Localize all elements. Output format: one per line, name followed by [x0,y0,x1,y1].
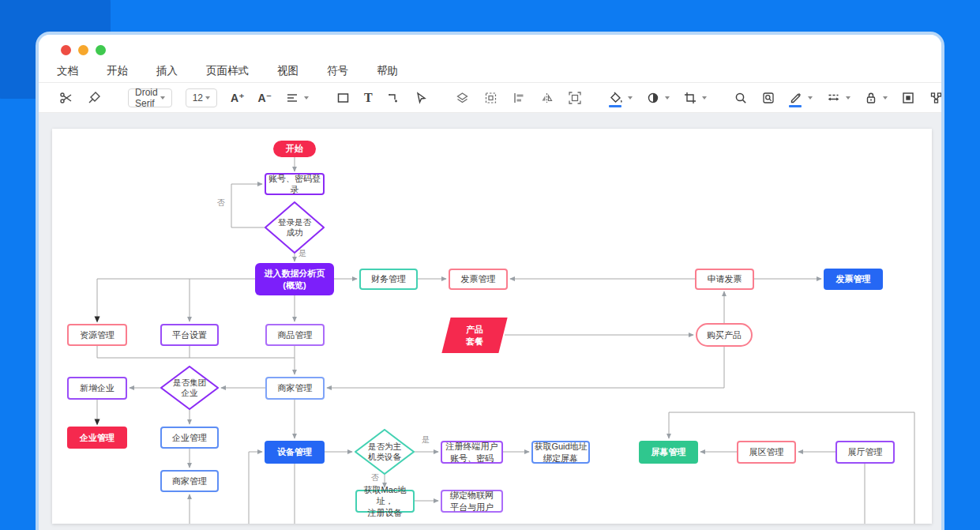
rectangle-tool-icon[interactable] [336,91,351,105]
toolbar: Droid Serif 12 A⁺ A⁻ T [39,83,941,112]
menu-document[interactable]: 文档 [57,64,78,78]
node-is-host-device-decision[interactable]: 是否为主 机类设备 [355,429,415,475]
node-is-group-decision[interactable]: 是否集团 企业 [160,366,219,410]
node-merchant-mgmt[interactable]: 商家管理 [265,377,325,400]
connector[interactable] [97,346,295,358]
line-style-icon[interactable] [826,91,850,105]
menu-bar: 文档 开始 插入 页面样式 视图 符号 帮助 [39,60,941,82]
node-invoice-mgmt-blue[interactable]: 发票管理 [824,269,883,290]
node-enterprise-mgmt[interactable]: 企业管理 [160,427,219,449]
menu-insert[interactable]: 插入 [156,64,178,78]
app-window: 文档 开始 插入 页面样式 视图 符号 帮助 Droid [36,32,944,530]
node-login-success-decision[interactable]: 登录是否 成功 [265,201,325,254]
connector[interactable] [249,452,262,524]
node-data-analysis[interactable]: 进入数据分析页 (概览) [255,263,334,295]
titlebar [39,35,941,60]
node-product-package[interactable]: 产品 套餐 [446,318,503,353]
node-device-mgmt[interactable]: 设备管理 [265,441,325,464]
cut-icon[interactable] [59,91,73,105]
menu-symbols[interactable]: 符号 [327,64,348,78]
fill-color-icon[interactable] [609,91,633,105]
connector[interactable] [669,412,914,524]
font-family-select[interactable]: Droid Serif [128,88,172,107]
close-button[interactable] [61,45,71,55]
node-platform-settings[interactable]: 平台设置 [160,324,219,346]
node-get-mac[interactable]: 获取Mac地址， 注册设备 [355,490,415,513]
layers-icon[interactable] [455,91,470,105]
lock-icon[interactable] [864,91,888,105]
minimize-button[interactable] [78,45,88,55]
connector[interactable] [231,184,265,227]
font-increase-icon[interactable]: A⁺ [231,92,245,104]
group-icon[interactable] [483,91,498,105]
node-buy-product[interactable]: 购买产品 [696,323,753,347]
text-align-icon[interactable] [285,91,309,105]
font-size-select[interactable]: 12 [186,88,217,107]
node-hall-mgmt[interactable]: 展厅管理 [835,441,895,464]
crop-icon[interactable] [683,91,707,105]
edge-label-no[interactable]: 否 [217,197,225,209]
node-invoice-mgmt[interactable]: 发票管理 [449,269,508,290]
desktop: 文档 开始 插入 页面样式 视图 符号 帮助 Droid [0,0,980,530]
node-new-enterprise[interactable]: 新增企业 [67,377,127,400]
menu-help[interactable]: 帮助 [377,64,398,78]
menu-start[interactable]: 开始 [107,64,128,78]
edge-label-yes-2[interactable]: 是 [422,434,430,445]
zoom-button[interactable] [96,45,106,55]
format-painter-icon[interactable] [87,91,101,105]
edge-label-no-2[interactable]: 否 [371,472,379,483]
node-bind-iot[interactable]: 绑定物联网 平台与用户 [441,490,503,513]
invert-selection-icon[interactable] [901,91,915,105]
edge-label-yes[interactable]: 是 [299,248,306,259]
align-objects-icon[interactable] [512,91,526,105]
chevron-down-icon [160,96,165,100]
text-tool-icon[interactable]: T [364,91,373,105]
chevron-down-icon [205,96,210,100]
node-apply-invoice[interactable]: 申请发票 [695,269,754,290]
node-product-mgmt[interactable]: 商品管理 [265,324,325,346]
search-icon[interactable] [734,91,748,105]
canvas-area: 开始 账号、密码登录 登录是否 成功 进入数据分析页 (概览) 财务管理 发票管… [39,113,941,530]
select-tool-icon[interactable] [414,91,428,105]
font-size-value: 12 [193,92,203,103]
menu-page-style[interactable]: 页面样式 [206,64,249,78]
flip-icon[interactable] [539,91,554,105]
node-enterprise-mgmt-red[interactable]: 企业管理 [67,427,127,449]
node-register-user[interactable]: 注册终端用户 账号、密码 [441,441,503,464]
node-screen-mgmt[interactable]: 屏幕管理 [639,441,698,464]
node-get-guid[interactable]: 获取Guid地址 绑定屏幕 [531,441,590,464]
canvas-page[interactable]: 开始 账号、密码登录 登录是否 成功 进入数据分析页 (概览) 财务管理 发票管… [52,129,932,524]
menu-view[interactable]: 视图 [277,64,299,78]
shape-style-icon[interactable] [646,91,670,105]
node-login[interactable]: 账号、密码登录 [265,173,325,195]
node-resource-mgmt[interactable]: 资源管理 [67,324,127,346]
connector-tool-icon[interactable] [386,91,400,105]
font-family-value: Droid Serif [135,87,158,109]
find-replace-icon[interactable] [761,91,775,105]
connector[interactable] [97,279,255,321]
node-area-mgmt[interactable]: 展区管理 [737,441,796,464]
node-finance-mgmt[interactable]: 财务管理 [359,269,418,290]
node-merchant-mgmt-2[interactable]: 商家管理 [160,470,219,492]
node-start[interactable]: 开始 [273,141,316,157]
connector[interactable] [327,347,724,388]
connection-points-icon[interactable] [929,91,944,105]
line-color-icon[interactable] [789,91,813,105]
font-decrease-icon[interactable]: A⁻ [258,92,272,104]
frame-icon[interactable] [568,91,582,105]
